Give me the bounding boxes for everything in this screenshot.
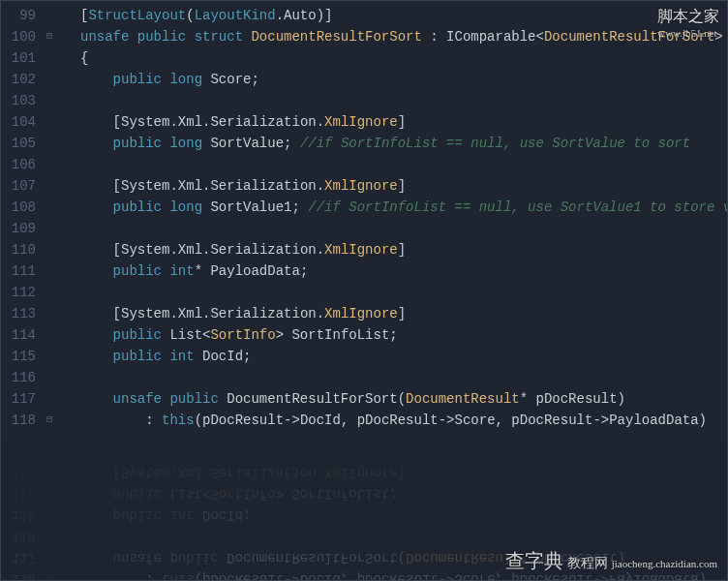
line-number: 102 (1, 69, 36, 90)
watermark-top-sub: www.jb51.net (657, 27, 719, 39)
line-number: 111 (1, 260, 36, 282)
code-line[interactable] (55, 154, 727, 175)
line-number-gutter: 9910010110210310410510610710810911011111… (1, 1, 44, 580)
fold-toggle-icon[interactable]: ⊟ (44, 410, 55, 431)
line-number: 99 (1, 5, 36, 26)
line-number: 112 (1, 282, 36, 303)
line-number: 115 (1, 346, 36, 367)
code-line[interactable]: public int DocId; (55, 346, 727, 367)
code-line[interactable]: public long Score; (55, 69, 727, 90)
line-number: 118 (1, 410, 36, 431)
line-number: 100 (1, 26, 36, 47)
line-number: 101 (1, 47, 36, 69)
line-number: 114 (1, 324, 36, 346)
code-line[interactable]: [System.Xml.Serialization.XmlIgnore] (55, 175, 727, 197)
watermark-bottom-title: 查字典 (505, 548, 563, 574)
code-line[interactable] (55, 282, 727, 303)
code-line[interactable]: unsafe public struct DocumentResultForSo… (55, 26, 727, 47)
fold-toggle-icon[interactable]: ⊟ (44, 26, 55, 47)
code-line[interactable]: [StructLayout(LayoutKind.Auto)] (55, 5, 727, 26)
watermark-top-title: 脚本之家 (657, 7, 719, 27)
line-number: 107 (1, 175, 36, 197)
line-number: 113 (1, 303, 36, 324)
code-line[interactable]: public long SortValue; //if SortInfoList… (55, 133, 727, 154)
code-line[interactable]: public int* PayloadData; (55, 260, 727, 282)
code-editor[interactable]: 9910010110210310410510610710810911011111… (1, 1, 727, 580)
code-line[interactable]: public List<SortInfo> SortInfoList; (55, 324, 727, 346)
line-number: 110 (1, 239, 36, 260)
code-line[interactable]: [System.Xml.Serialization.XmlIgnore] (55, 303, 727, 324)
watermark-bottom-sub: jiaocheng.chazidian.com (612, 558, 717, 569)
line-number: 108 (1, 197, 36, 218)
line-number: 106 (1, 154, 36, 175)
code-line[interactable]: unsafe public DocumentResultForSort(Docu… (55, 388, 727, 410)
line-number: 117 (1, 388, 36, 410)
code-line[interactable]: [System.Xml.Serialization.XmlIgnore] (55, 239, 727, 260)
fold-gutter[interactable]: ⊟⊟ (44, 1, 55, 580)
line-number: 105 (1, 133, 36, 154)
line-number: 109 (1, 218, 36, 239)
watermark-bottom: 查字典 教程网 jiaocheng.chazidian.com (505, 548, 717, 574)
code-line[interactable]: [System.Xml.Serialization.XmlIgnore] (55, 111, 727, 133)
line-number: 103 (1, 90, 36, 111)
code-line[interactable]: public long SortValue1; //if SortInfoLis… (55, 197, 727, 218)
code-line[interactable]: : this(pDocResult->DocId, pDocResult->Sc… (55, 410, 727, 431)
code-line[interactable] (55, 367, 727, 388)
line-number: 116 (1, 367, 36, 388)
watermark-bottom-suffix: 教程网 (567, 555, 608, 572)
code-line[interactable]: { (55, 47, 727, 69)
code-line[interactable] (55, 218, 727, 239)
code-area[interactable]: [StructLayout(LayoutKind.Auto)]unsafe pu… (55, 1, 727, 580)
code-line[interactable] (55, 90, 727, 111)
line-number: 104 (1, 111, 36, 133)
watermark-top: 脚本之家 www.jb51.net (657, 7, 719, 39)
